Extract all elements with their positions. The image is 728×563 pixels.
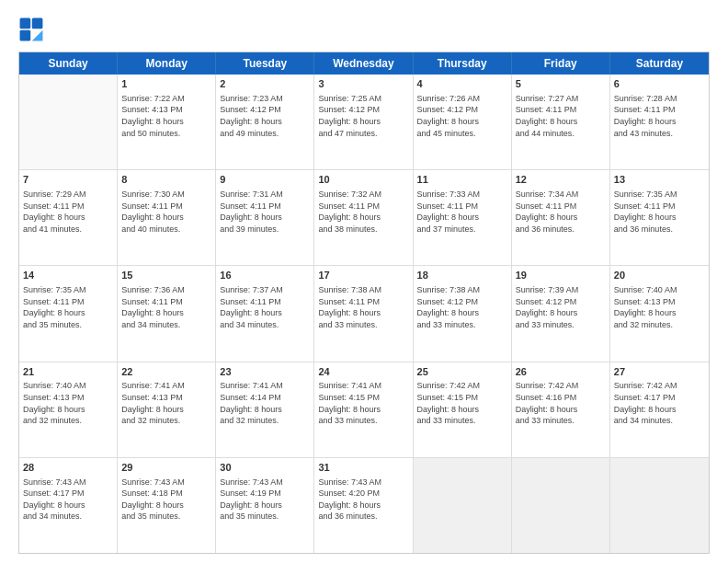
cell-info: Sunrise: 7:28 AM Sunset: 4:11 PM Dayligh… [614, 93, 705, 139]
header-day-thursday: Thursday [414, 52, 512, 75]
cell-info: Sunrise: 7:25 AM Sunset: 4:12 PM Dayligh… [318, 93, 408, 139]
header [18, 17, 710, 42]
calendar-cell: 15Sunrise: 7:36 AM Sunset: 4:11 PM Dayli… [118, 266, 216, 361]
day-number: 1 [121, 77, 211, 91]
cell-info: Sunrise: 7:39 AM Sunset: 4:12 PM Dayligh… [516, 284, 606, 330]
day-number: 14 [23, 269, 113, 282]
calendar-cell: 31Sunrise: 7:43 AM Sunset: 4:20 PM Dayli… [314, 458, 413, 553]
cell-info: Sunrise: 7:41 AM Sunset: 4:13 PM Dayligh… [121, 380, 211, 426]
svg-marker-3 [32, 30, 43, 41]
day-number: 7 [23, 173, 113, 187]
calendar-cell: 24Sunrise: 7:41 AM Sunset: 4:15 PM Dayli… [314, 362, 413, 457]
calendar-cell: 30Sunrise: 7:43 AM Sunset: 4:19 PM Dayli… [216, 458, 314, 553]
cell-info: Sunrise: 7:43 AM Sunset: 4:17 PM Dayligh… [23, 477, 113, 523]
cell-info: Sunrise: 7:42 AM Sunset: 4:17 PM Dayligh… [614, 380, 705, 426]
day-number: 21 [23, 365, 113, 379]
calendar-cell: 11Sunrise: 7:33 AM Sunset: 4:11 PM Dayli… [414, 170, 512, 265]
day-number: 16 [220, 269, 310, 282]
calendar-cell: 27Sunrise: 7:42 AM Sunset: 4:17 PM Dayli… [610, 362, 709, 457]
day-number: 25 [417, 365, 507, 379]
cell-info: Sunrise: 7:27 AM Sunset: 4:11 PM Dayligh… [516, 93, 606, 139]
calendar-cell [414, 458, 512, 553]
cell-info: Sunrise: 7:37 AM Sunset: 4:11 PM Dayligh… [220, 284, 310, 330]
logo [18, 17, 48, 42]
cell-info: Sunrise: 7:41 AM Sunset: 4:15 PM Dayligh… [318, 380, 408, 426]
cell-info: Sunrise: 7:31 AM Sunset: 4:11 PM Dayligh… [220, 189, 310, 235]
svg-rect-1 [32, 18, 43, 29]
calendar-cell: 18Sunrise: 7:38 AM Sunset: 4:12 PM Dayli… [414, 266, 512, 361]
cell-info: Sunrise: 7:32 AM Sunset: 4:11 PM Dayligh… [318, 189, 408, 235]
day-number: 22 [121, 365, 211, 379]
day-number: 5 [516, 77, 606, 91]
logo-icon [18, 17, 44, 42]
day-number: 4 [417, 77, 507, 91]
day-number: 28 [23, 461, 113, 475]
header-day-wednesday: Wednesday [314, 52, 413, 75]
cell-info: Sunrise: 7:43 AM Sunset: 4:20 PM Dayligh… [318, 477, 408, 523]
calendar-cell: 10Sunrise: 7:32 AM Sunset: 4:11 PM Dayli… [314, 170, 413, 265]
calendar-cell: 6Sunrise: 7:28 AM Sunset: 4:11 PM Daylig… [610, 75, 709, 169]
day-number: 8 [121, 173, 211, 187]
day-number: 29 [121, 461, 211, 475]
cell-info: Sunrise: 7:34 AM Sunset: 4:11 PM Dayligh… [516, 189, 606, 235]
header-day-friday: Friday [512, 52, 610, 75]
cell-info: Sunrise: 7:35 AM Sunset: 4:11 PM Dayligh… [23, 284, 113, 330]
cell-info: Sunrise: 7:38 AM Sunset: 4:12 PM Dayligh… [417, 284, 507, 330]
calendar-cell: 16Sunrise: 7:37 AM Sunset: 4:11 PM Dayli… [216, 266, 314, 361]
header-day-monday: Monday [118, 52, 216, 75]
calendar-cell: 4Sunrise: 7:26 AM Sunset: 4:12 PM Daylig… [414, 75, 512, 169]
cell-info: Sunrise: 7:33 AM Sunset: 4:11 PM Dayligh… [417, 189, 507, 235]
calendar-cell: 22Sunrise: 7:41 AM Sunset: 4:13 PM Dayli… [118, 362, 216, 457]
calendar-cell: 28Sunrise: 7:43 AM Sunset: 4:17 PM Dayli… [19, 458, 118, 553]
cell-info: Sunrise: 7:23 AM Sunset: 4:12 PM Dayligh… [220, 93, 310, 139]
day-number: 15 [121, 269, 211, 282]
cell-info: Sunrise: 7:30 AM Sunset: 4:11 PM Dayligh… [121, 189, 211, 235]
cell-info: Sunrise: 7:22 AM Sunset: 4:13 PM Dayligh… [121, 93, 211, 139]
calendar-cell: 13Sunrise: 7:35 AM Sunset: 4:11 PM Dayli… [610, 170, 709, 265]
day-number: 10 [318, 173, 408, 187]
day-number: 26 [516, 365, 606, 379]
cell-info: Sunrise: 7:40 AM Sunset: 4:13 PM Dayligh… [614, 284, 705, 330]
cell-info: Sunrise: 7:41 AM Sunset: 4:14 PM Dayligh… [220, 380, 310, 426]
cell-info: Sunrise: 7:40 AM Sunset: 4:13 PM Dayligh… [23, 380, 113, 426]
day-number: 27 [614, 365, 705, 379]
day-number: 11 [417, 173, 507, 187]
day-number: 31 [318, 461, 408, 475]
calendar-cell: 25Sunrise: 7:42 AM Sunset: 4:15 PM Dayli… [414, 362, 512, 457]
day-number: 24 [318, 365, 408, 379]
calendar-cell: 23Sunrise: 7:41 AM Sunset: 4:14 PM Dayli… [216, 362, 314, 457]
calendar-cell: 5Sunrise: 7:27 AM Sunset: 4:11 PM Daylig… [512, 75, 610, 169]
page: SundayMondayTuesdayWednesdayThursdayFrid… [0, 0, 728, 563]
calendar-cell: 20Sunrise: 7:40 AM Sunset: 4:13 PM Dayli… [610, 266, 709, 361]
calendar-header: SundayMondayTuesdayWednesdayThursdayFrid… [19, 52, 709, 75]
day-number: 20 [614, 269, 705, 282]
calendar-cell [610, 458, 709, 553]
day-number: 23 [220, 365, 310, 379]
day-number: 13 [614, 173, 705, 187]
cell-info: Sunrise: 7:42 AM Sunset: 4:15 PM Dayligh… [417, 380, 507, 426]
calendar-cell: 14Sunrise: 7:35 AM Sunset: 4:11 PM Dayli… [19, 266, 118, 361]
calendar-cell: 29Sunrise: 7:43 AM Sunset: 4:18 PM Dayli… [118, 458, 216, 553]
cell-info: Sunrise: 7:43 AM Sunset: 4:18 PM Dayligh… [121, 477, 211, 523]
cell-info: Sunrise: 7:42 AM Sunset: 4:16 PM Dayligh… [516, 380, 606, 426]
day-number: 3 [318, 77, 408, 91]
day-number: 6 [614, 77, 705, 91]
svg-rect-2 [20, 30, 31, 41]
cell-info: Sunrise: 7:29 AM Sunset: 4:11 PM Dayligh… [23, 189, 113, 235]
cell-info: Sunrise: 7:36 AM Sunset: 4:11 PM Dayligh… [121, 284, 211, 330]
calendar-cell: 9Sunrise: 7:31 AM Sunset: 4:11 PM Daylig… [216, 170, 314, 265]
calendar-cell: 17Sunrise: 7:38 AM Sunset: 4:11 PM Dayli… [314, 266, 413, 361]
svg-rect-0 [20, 18, 31, 29]
calendar-cell: 12Sunrise: 7:34 AM Sunset: 4:11 PM Dayli… [512, 170, 610, 265]
calendar-cell: 21Sunrise: 7:40 AM Sunset: 4:13 PM Dayli… [19, 362, 118, 457]
calendar-row-1: 7Sunrise: 7:29 AM Sunset: 4:11 PM Daylig… [19, 169, 709, 265]
calendar-row-4: 28Sunrise: 7:43 AM Sunset: 4:17 PM Dayli… [19, 457, 709, 553]
cell-info: Sunrise: 7:26 AM Sunset: 4:12 PM Dayligh… [417, 93, 507, 139]
day-number: 18 [417, 269, 507, 282]
header-day-sunday: Sunday [19, 52, 118, 75]
calendar-cell: 8Sunrise: 7:30 AM Sunset: 4:11 PM Daylig… [118, 170, 216, 265]
calendar-cell: 19Sunrise: 7:39 AM Sunset: 4:12 PM Dayli… [512, 266, 610, 361]
cell-info: Sunrise: 7:38 AM Sunset: 4:11 PM Dayligh… [318, 284, 408, 330]
calendar-row-2: 14Sunrise: 7:35 AM Sunset: 4:11 PM Dayli… [19, 265, 709, 361]
calendar-cell: 7Sunrise: 7:29 AM Sunset: 4:11 PM Daylig… [19, 170, 118, 265]
